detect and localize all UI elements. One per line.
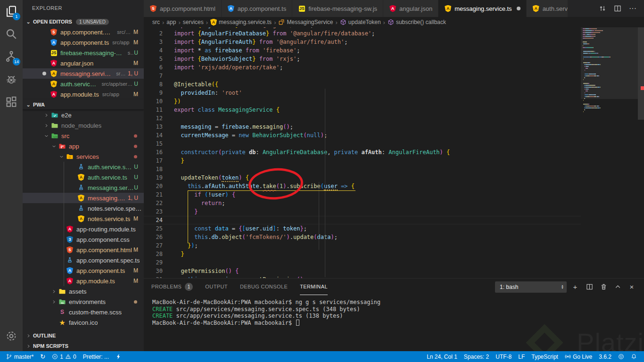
code-line-17[interactable]: 17 } bbox=[144, 156, 581, 165]
panel-tab-problems[interactable]: PROBLEMS1 bbox=[151, 279, 193, 295]
open-editor-item[interactable]: A app.module.ts src/app M bbox=[23, 89, 144, 99]
code-line-15[interactable]: 15 bbox=[144, 140, 581, 148]
line-number[interactable]: 26 bbox=[144, 233, 163, 241]
activity-source-control[interactable]: 14 bbox=[0, 45, 23, 68]
git-branch-item[interactable]: master* bbox=[3, 351, 37, 362]
open-editor-item[interactable]: A messaging.service.ts src/... 1, U bbox=[23, 68, 144, 79]
line-number[interactable]: 29 bbox=[144, 258, 163, 267]
line-number[interactable]: 14 bbox=[144, 131, 163, 140]
line-number[interactable]: 28 bbox=[144, 250, 163, 258]
terminal-picker[interactable]: 1: bash▲▼ bbox=[495, 281, 567, 293]
breadcrumb-updateToken[interactable]: updateToken bbox=[340, 19, 381, 25]
line-number[interactable]: 24 bbox=[144, 216, 163, 224]
open-editor-item[interactable]: JS firebase-messaging-sw.js src U bbox=[23, 48, 144, 58]
code-line-6[interactable]: 6import 'rxjs/add/operator/take'; bbox=[144, 63, 581, 72]
activity-settings[interactable] bbox=[0, 325, 23, 347]
tab-app-component-html[interactable]: 5app.component.html bbox=[144, 0, 222, 17]
tab-firebase-messaging-sw-js[interactable]: JSfirebase-messaging-sw.js bbox=[292, 0, 383, 17]
line-number[interactable]: 27 bbox=[144, 241, 163, 250]
open-editor-item[interactable]: A angular.json M bbox=[23, 58, 144, 68]
tree-item-custom-theme-scss[interactable]: S custom-theme.scss bbox=[23, 307, 144, 317]
tree-item-environments[interactable]: environments bbox=[23, 296, 144, 307]
code-line-13[interactable]: 13 messaging = firebase.messaging(); bbox=[144, 123, 581, 131]
code-line-27[interactable]: 27 }); bbox=[144, 241, 581, 250]
section-outline[interactable]: OUTLINE bbox=[23, 330, 144, 341]
section-npm-scripts[interactable]: NPM SCRIPTS bbox=[23, 341, 144, 351]
feedback-button[interactable] bbox=[615, 351, 627, 362]
code-line-12[interactable]: 12 bbox=[144, 114, 581, 123]
tab-messaging-service-ts[interactable]: Amessaging.service.ts bbox=[438, 0, 526, 17]
open-editor-item[interactable]: 5 app.component.html src/app M bbox=[23, 27, 144, 37]
more-actions-button[interactable]: ··· bbox=[626, 2, 639, 15]
tree-item-app-component-html[interactable]: 5 app.component.html M bbox=[23, 245, 144, 255]
tree-item-app[interactable]: app bbox=[23, 141, 144, 151]
line-number[interactable]: 10 bbox=[144, 97, 163, 106]
code-line-22[interactable]: 22 return; bbox=[144, 199, 581, 207]
lightning-button[interactable] bbox=[112, 351, 125, 362]
close-panel-button[interactable]: × bbox=[626, 281, 637, 293]
line-number[interactable]: 5 bbox=[144, 55, 163, 63]
prettier-item[interactable]: Prettier: ... bbox=[80, 351, 112, 362]
code-line-20[interactable]: 20 this.afAuth.authState.take(1).subscri… bbox=[144, 182, 581, 190]
open-editors-header[interactable]: ⌄ OPEN EDITORS 1 UNSAVED bbox=[23, 16, 144, 27]
line-number[interactable]: 25 bbox=[144, 224, 163, 233]
tab-app-component-ts[interactable]: Aapp.component.ts bbox=[222, 0, 292, 17]
line-number[interactable]: 12 bbox=[144, 114, 163, 123]
indentation[interactable]: Spaces: 2 bbox=[461, 351, 492, 362]
code-line-28[interactable]: 28 } bbox=[144, 250, 581, 258]
tree-item-app-component-ts[interactable]: A app.component.ts M bbox=[23, 265, 144, 276]
line-number[interactable]: 30 bbox=[144, 267, 163, 275]
line-number[interactable]: 11 bbox=[144, 106, 163, 114]
tree-item-assets[interactable]: assets bbox=[23, 286, 144, 296]
tree-item-notes-service-spec-ts[interactable]: notes.service.spec.ts bbox=[23, 203, 144, 214]
line-number[interactable]: 23 bbox=[144, 207, 163, 216]
scrollbar-thumb[interactable] bbox=[638, 27, 644, 120]
project-root-header[interactable]: ⌄ PWA bbox=[23, 99, 144, 110]
panel-tab-terminal[interactable]: TERMINAL bbox=[300, 279, 328, 295]
code-line-21[interactable]: 21 if (!user) { bbox=[144, 190, 581, 199]
cursor-position[interactable]: Ln 24, Col 1 bbox=[423, 351, 461, 362]
code-line-7[interactable]: 7 bbox=[144, 72, 581, 80]
line-number[interactable]: 17 bbox=[144, 156, 163, 165]
activity-explorer[interactable]: 1 bbox=[0, 0, 23, 23]
breadcrumb-src[interactable]: src bbox=[152, 19, 160, 25]
tree-item-node-modules[interactable]: node_modules bbox=[23, 120, 144, 131]
open-editor-item[interactable]: A app.component.ts src/app M bbox=[23, 37, 144, 48]
breadcrumb-services[interactable]: services bbox=[183, 19, 204, 25]
tree-item-app-component-spec-ts[interactable]: app.component.spec.ts bbox=[23, 255, 144, 265]
tree-item-messaging-service-ts[interactable]: A messaging.service.ts 1, U bbox=[23, 193, 144, 203]
tree-item-src[interactable]: </> src bbox=[23, 131, 144, 141]
tree-item-app-routing-module-ts[interactable]: A app-routing.module.ts bbox=[23, 224, 144, 234]
maximize-panel-button[interactable] bbox=[612, 281, 623, 293]
code-line-4[interactable]: 4import * as firebase from 'firebase'; bbox=[144, 46, 581, 55]
language-mode[interactable]: TypeScript bbox=[528, 351, 561, 362]
activity-search[interactable] bbox=[0, 23, 23, 45]
kill-terminal-button[interactable] bbox=[598, 281, 609, 293]
activity-debug[interactable] bbox=[0, 68, 23, 90]
tree-item-auth-service-spec-ts[interactable]: auth.service.spec.ts U bbox=[23, 162, 144, 172]
tab-angular-json[interactable]: Aangular.json bbox=[383, 0, 438, 17]
code-line-3[interactable]: 3import {AngularFireAuth} from '@angular… bbox=[144, 38, 581, 46]
code-line-23[interactable]: 23 } bbox=[144, 207, 581, 216]
panel-tab-debug-console[interactable]: DEBUG CONSOLE bbox=[240, 279, 288, 295]
line-number[interactable]: 7 bbox=[144, 72, 163, 80]
line-number[interactable]: 15 bbox=[144, 140, 163, 148]
go-live-button[interactable]: Go Live bbox=[561, 351, 595, 362]
new-terminal-button[interactable]: + bbox=[570, 281, 581, 293]
code-line-30[interactable]: 30 getPermission() { bbox=[144, 267, 581, 275]
tree-item-favicon-ico[interactable]: ★ favicon.ico bbox=[23, 317, 144, 328]
line-number[interactable]: 22 bbox=[144, 199, 163, 207]
code-line-24[interactable]: 24 bbox=[144, 216, 581, 224]
line-number[interactable]: 2 bbox=[144, 29, 163, 38]
tree-item-messaging-service-spec-ts[interactable]: messaging.service.spec.ts U bbox=[23, 182, 144, 193]
code-line-14[interactable]: 14 currentMessage = new BehaviorSubject(… bbox=[144, 131, 581, 140]
tree-item-e2e[interactable]: e2e bbox=[23, 110, 144, 120]
line-number[interactable]: 16 bbox=[144, 148, 163, 156]
code-line-16[interactable]: 16 constructor(private db: AngularFireDa… bbox=[144, 148, 581, 156]
code-line-25[interactable]: 25 const data = {[user.uid]: token}; bbox=[144, 224, 581, 233]
code-line-11[interactable]: 11export class MessagingService { bbox=[144, 106, 581, 114]
code-line-8[interactable]: 8@Injectable({ bbox=[144, 80, 581, 89]
tree-item-auth-service-ts[interactable]: A auth.service.ts U bbox=[23, 172, 144, 182]
notifications-button[interactable] bbox=[627, 351, 640, 362]
terminal-output[interactable]: MacBook-Air-de-MacBookAir:PWA macbookair… bbox=[144, 295, 644, 326]
